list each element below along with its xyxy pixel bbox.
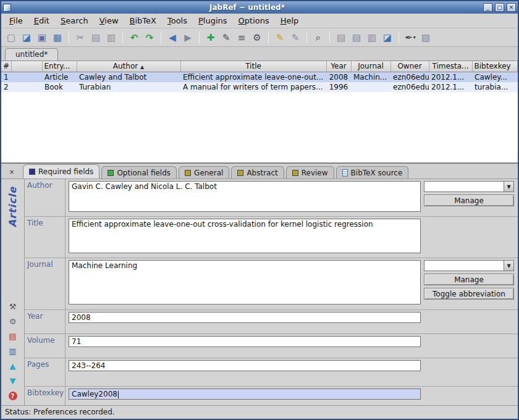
cell-bibtexkey: turabia... <box>472 82 518 92</box>
search-icon[interactable]: ⌕ <box>311 30 326 45</box>
database-tab-untitled[interactable]: untitled* <box>5 48 58 61</box>
cell-timestamp: 2012.1... <box>429 82 472 92</box>
table-row[interactable]: 1 Article Cawley and Talbot Efficient ap… <box>1 72 518 82</box>
menu-search[interactable]: Search <box>55 14 94 27</box>
menubar: File Edit Search View BibTeX Tools Plugi… <box>1 14 518 28</box>
combo-selected-value <box>424 261 504 271</box>
header-cell-author[interactable]: Author ▲ <box>77 61 180 72</box>
new-entry-icon[interactable]: ✚ <box>203 30 218 45</box>
push-to-emacs-icon[interactable]: ▥ <box>365 30 379 45</box>
menu-view[interactable]: View <box>94 14 124 27</box>
header-cell-rank[interactable] <box>11 61 42 72</box>
bibtex-source-icon <box>342 169 348 177</box>
edit-entry-icon[interactable]: ✎ <box>219 30 234 45</box>
volume-controls <box>424 334 518 358</box>
year-value: 2008 <box>72 313 91 322</box>
year-controls <box>424 310 518 334</box>
menu-bibtex[interactable]: BibTeX <box>124 14 162 27</box>
journal-controls: ▼ Manage Toggle abbreviation <box>424 258 518 309</box>
tab-bibtex-source[interactable]: BibTeX source <box>336 166 409 178</box>
copy-icon[interactable]: ▤ <box>88 30 103 45</box>
header-cell-journal[interactable]: Journal <box>351 61 390 72</box>
header-cell-year[interactable]: Year <box>326 61 351 72</box>
menu-options[interactable]: Options <box>233 14 275 27</box>
titlebar[interactable]: JabRef ~ untitled* _ □ ✕ <box>1 1 518 14</box>
field-row-bibtexkey: Bibtexkey Cawley2008 <box>25 387 518 405</box>
abstract-tab-icon <box>237 170 243 176</box>
menu-edit[interactable]: Edit <box>28 14 55 27</box>
pages-input[interactable]: 243--264 <box>69 360 421 371</box>
author-names-combo[interactable]: ▼ <box>424 181 514 192</box>
header-cell-timestamp[interactable]: Timesta... <box>429 61 472 72</box>
autogenerate-keys-icon[interactable]: ✒▾ <box>403 30 418 45</box>
table-row[interactable]: 2 Book Turabian A manual for writers of … <box>1 82 518 92</box>
required-fields-panel: Author Gavin C. Cawley and Nicola L. C. … <box>25 179 518 405</box>
tab-general[interactable]: General <box>179 166 229 178</box>
entry-table-container[interactable]: # Entry... Author ▲ Title Year Journal O… <box>1 61 518 163</box>
header-cell-bibtexkey[interactable]: Bibtexkey <box>472 61 518 72</box>
text-cursor <box>118 391 119 398</box>
volume-input[interactable]: 71 <box>69 336 421 347</box>
tab-optional-fields[interactable]: Optional fields <box>101 166 177 178</box>
tab-abstract[interactable]: Abstract <box>231 166 284 178</box>
title-input[interactable]: Efficient approximate leave-one-out cros… <box>69 219 421 253</box>
open-file-icon[interactable]: ◪ <box>380 30 395 45</box>
open-url-icon[interactable]: ▥ <box>9 347 16 355</box>
header-cell-number[interactable]: # <box>1 61 11 72</box>
database-tabstrip: untitled* <box>1 47 518 61</box>
open-database-icon[interactable]: ◪ <box>19 30 34 45</box>
menu-help[interactable]: Help <box>275 14 305 27</box>
forward-icon[interactable]: ▶ <box>180 30 195 45</box>
close-entry-editor-button[interactable]: × <box>6 166 17 177</box>
undo-icon[interactable]: ↶ <box>127 30 141 45</box>
entry-editor-body: Article ⚒ ⚙ ▤ ▥ ▲ ▼ ? Author Gavin C. <box>1 179 518 405</box>
push-to-lyx-icon[interactable]: ▤ <box>349 30 364 45</box>
mark-entries-icon[interactable]: ✎ <box>272 30 287 45</box>
back-icon[interactable]: ◀ <box>165 30 180 45</box>
tab-label: Optional fields <box>117 169 171 177</box>
edit-preamble-icon[interactable]: ⚙ <box>250 30 264 45</box>
author-input-area: Gavin C. Cawley and Nicola L. C. Talbot <box>65 179 424 216</box>
generate-key-icon[interactable]: ⚒ <box>9 303 17 311</box>
save-all-icon[interactable]: ▦ <box>50 30 65 45</box>
menu-tools[interactable]: Tools <box>162 14 193 27</box>
field-row-pages: Pages 243--264 <box>25 358 518 387</box>
manage-button[interactable]: Manage <box>424 274 514 285</box>
journal-input[interactable]: Machine Learning <box>69 260 421 304</box>
edit-strings-icon[interactable]: ≡ <box>234 30 249 45</box>
tab-required-fields[interactable]: Required fields <box>23 164 99 178</box>
cleanup-entries-icon[interactable]: ▧ <box>418 30 433 45</box>
maximize-button[interactable]: □ <box>495 3 504 12</box>
help-icon[interactable]: ? <box>9 392 17 400</box>
unmark-entries-icon[interactable]: ✎ <box>288 30 303 45</box>
copy-key-icon[interactable]: ▤ <box>334 30 348 45</box>
save-database-icon[interactable]: ▣ <box>35 30 49 45</box>
close-button[interactable]: ✕ <box>507 3 516 12</box>
autoset-links-icon[interactable]: ⚙ <box>9 317 17 326</box>
header-cell-title[interactable]: Title <box>180 61 326 72</box>
cell-number: 1 <box>1 72 11 82</box>
review-tab-icon <box>292 170 298 176</box>
menu-plugins[interactable]: Plugins <box>193 14 233 27</box>
cut-icon[interactable]: ✂ <box>73 30 88 45</box>
author-value: Gavin C. Cawley and Nicola L. C. Talbot <box>72 182 217 191</box>
toolbar-separator <box>69 32 69 44</box>
redo-icon[interactable]: ↷ <box>142 30 157 45</box>
tab-review[interactable]: Review <box>286 166 334 178</box>
year-input[interactable]: 2008 <box>69 312 421 323</box>
manage-button[interactable]: Manage <box>424 195 514 206</box>
bibtexkey-input[interactable]: Cawley2008 <box>69 388 421 400</box>
minimize-button[interactable]: _ <box>483 3 492 12</box>
header-cell-owner[interactable]: Owner <box>390 61 429 72</box>
author-input[interactable]: Gavin C. Cawley and Nicola L. C. Talbot <box>69 181 421 212</box>
menu-file[interactable]: File <box>4 14 28 27</box>
open-pdf-icon[interactable]: ▤ <box>9 332 16 340</box>
next-entry-icon[interactable]: ▼ <box>10 377 16 385</box>
bibtexkey-value: Cawley2008 <box>72 390 117 398</box>
previous-entry-icon[interactable]: ▲ <box>10 362 16 370</box>
header-cell-entrytype[interactable]: Entry... <box>42 61 77 72</box>
new-database-icon[interactable]: ▢ <box>4 30 19 45</box>
journal-names-combo[interactable]: ▼ <box>424 260 514 271</box>
toggle-abbreviation-button[interactable]: Toggle abbreviation <box>424 288 514 300</box>
paste-icon[interactable]: ▥ <box>104 30 119 45</box>
